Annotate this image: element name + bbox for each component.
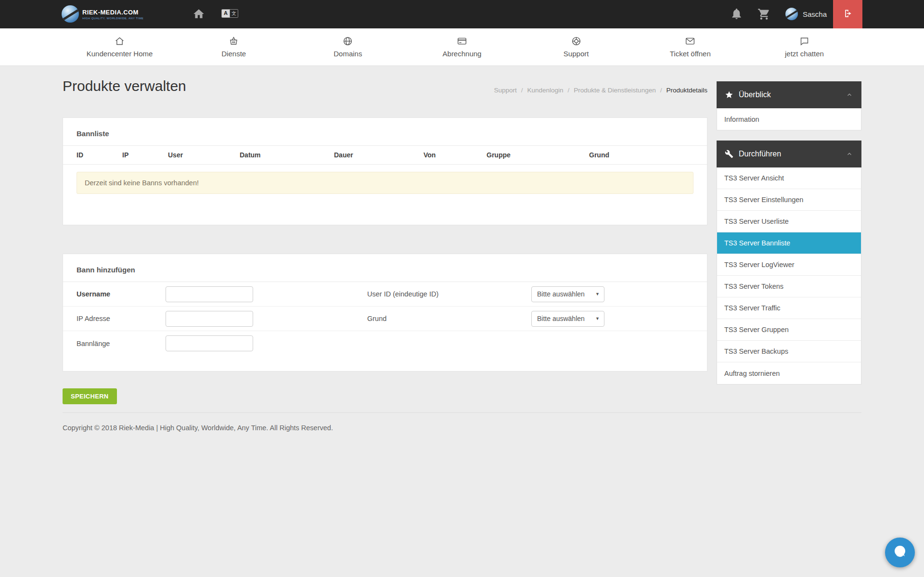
save-button[interactable]: SPEICHERN — [63, 388, 117, 404]
column-header-ip: IP — [122, 151, 168, 159]
sidebar-item-ts3-tokens[interactable]: TS3 Server Tokens — [717, 276, 861, 297]
chevron-down-icon: ▼ — [595, 292, 600, 296]
brand-logo[interactable]: RIEK-MEDIA.COM HIGH QUALITY, WORLDWIDE, … — [62, 5, 143, 23]
add-ban-panel: Bann hinzufügen Username User ID (eindeu… — [63, 254, 707, 372]
credit-card-icon — [457, 36, 467, 46]
column-header-von: Von — [424, 151, 487, 159]
userid-label: User ID (eindeutige ID) — [367, 290, 531, 298]
banlist-panel: Bannliste ID IP User Datum Dauer Von Gru… — [63, 117, 707, 225]
breadcrumb-item-support[interactable]: Support — [494, 87, 516, 94]
grund-label: Grund — [367, 315, 531, 322]
grund-select[interactable]: Bitte auswählen ▼ — [531, 311, 604, 327]
banlength-label: Bannlänge — [77, 340, 166, 347]
breadcrumb-item-produkte[interactable]: Produkte & Dienstleistungen — [574, 87, 655, 94]
brand-tagline: HIGH QUALITY, WORLDWIDE, ANY TIME — [82, 17, 143, 20]
sidebar: Überblick Information Durchführen TS3 Se… — [717, 81, 861, 395]
chevron-up-icon — [846, 150, 853, 158]
form-row-username: Username User ID (eindeutige ID) Bitte a… — [63, 282, 707, 307]
sidebar-item-ts3-traffic[interactable]: TS3 Server Traffic — [717, 297, 861, 319]
column-header-datum: Datum — [240, 151, 334, 159]
sidebar-item-ts3-gruppen[interactable]: TS3 Server Gruppen — [717, 319, 861, 341]
sidebar-item-information[interactable]: Information — [717, 108, 861, 130]
form-row-ip: IP Adresse Grund Bitte auswählen ▼ — [63, 307, 707, 331]
footer-divider — [63, 412, 861, 413]
chat-widget-icon — [891, 543, 909, 562]
sidebar-actions-header[interactable]: Durchführen — [717, 141, 861, 167]
userid-select[interactable]: Bitte auswählen ▼ — [531, 286, 604, 302]
logout-icon — [843, 9, 853, 20]
nav-item-support[interactable]: Support — [519, 28, 633, 65]
brand-name: RIEK-MEDIA.COM — [82, 9, 143, 16]
sidebar-actions-block: Durchführen TS3 Server Ansicht TS3 Serve… — [717, 141, 861, 385]
sidebar-item-ts3-ansicht[interactable]: TS3 Server Ansicht — [717, 167, 861, 189]
breadcrumb: Support/Kundenlogin/Produkte & Dienstlei… — [63, 87, 707, 94]
user-menu[interactable]: Sascha — [785, 8, 827, 20]
nav-item-domains[interactable]: Domains — [291, 28, 405, 65]
logout-button[interactable] — [833, 0, 862, 28]
column-header-id: ID — [77, 151, 122, 159]
nav-item-kundencenter-home[interactable]: Kundencenter Home — [63, 28, 177, 65]
breadcrumb-item-kundenlogin[interactable]: Kundenlogin — [527, 87, 563, 94]
sidebar-item-ts3-einstellungen[interactable]: TS3 Server Einstellungen — [717, 189, 861, 211]
star-icon — [725, 90, 733, 99]
wrench-icon — [725, 150, 733, 158]
globe-icon — [343, 36, 353, 46]
brand-globe-icon — [62, 5, 79, 23]
nav-item-abrechnung[interactable]: Abrechnung — [405, 28, 519, 65]
form-row-banlength: Bannlänge — [63, 331, 707, 356]
chevron-up-icon — [846, 91, 853, 99]
add-ban-panel-title: Bann hinzufügen — [63, 254, 707, 282]
secondary-nav: Kundencenter Home Dienste Domains Abrech… — [0, 28, 924, 66]
envelope-icon — [685, 36, 695, 46]
chevron-down-icon: ▼ — [595, 316, 600, 321]
life-ring-icon — [571, 36, 581, 46]
sidebar-item-auftrag-stornieren[interactable]: Auftrag stornieren — [717, 362, 861, 384]
home-outline-icon — [115, 36, 125, 46]
sidebar-overview-header[interactable]: Überblick — [717, 81, 861, 108]
notifications-bell-icon[interactable] — [730, 7, 743, 20]
sidebar-item-ts3-backups[interactable]: TS3 Server Backups — [717, 341, 861, 362]
home-icon[interactable] — [192, 8, 205, 20]
column-header-grund: Grund — [589, 151, 693, 159]
banlist-table-header: ID IP User Datum Dauer Von Gruppe Grund — [63, 146, 707, 165]
sidebar-item-ts3-logviewer[interactable]: TS3 Server LogViewer — [717, 254, 861, 276]
banlength-input[interactable] — [166, 335, 253, 351]
username-label: Username — [77, 290, 166, 298]
shopping-cart-icon[interactable] — [757, 8, 770, 21]
user-name: Sascha — [803, 10, 827, 18]
banlist-panel-title: Bannliste — [63, 118, 707, 146]
top-navbar: RIEK-MEDIA.COM HIGH QUALITY, WORLDWIDE, … — [0, 0, 924, 28]
column-header-dauer: Dauer — [334, 151, 424, 159]
chat-bubble-icon — [799, 36, 809, 46]
language-icon[interactable]: A 文 — [221, 9, 238, 18]
sidebar-overview-block: Überblick Information — [717, 81, 861, 130]
sidebar-item-ts3-bannliste[interactable]: TS3 Server Bannliste — [717, 232, 861, 254]
footer-copyright: Copyright © 2018 Riek-Media | High Quali… — [63, 424, 333, 432]
breadcrumb-item-produktdetails: Produktdetails — [666, 87, 707, 94]
nav-item-dienste[interactable]: Dienste — [177, 28, 291, 65]
username-input[interactable] — [166, 286, 253, 302]
ip-label: IP Adresse — [77, 315, 166, 322]
sidebar-item-ts3-userliste[interactable]: TS3 Server Userliste — [717, 211, 861, 232]
nav-item-ticket-oeffnen[interactable]: Ticket öffnen — [633, 28, 747, 65]
basket-icon — [229, 36, 239, 46]
ip-input[interactable] — [166, 311, 253, 327]
chat-widget-button[interactable] — [885, 538, 915, 567]
empty-banlist-alert: Derzeit sind keine Banns vorhanden! — [77, 172, 693, 194]
column-header-user: User — [168, 151, 240, 159]
user-avatar — [785, 8, 798, 20]
column-header-gruppe: Gruppe — [487, 151, 589, 159]
nav-item-jetzt-chatten[interactable]: jetzt chatten — [747, 28, 861, 65]
